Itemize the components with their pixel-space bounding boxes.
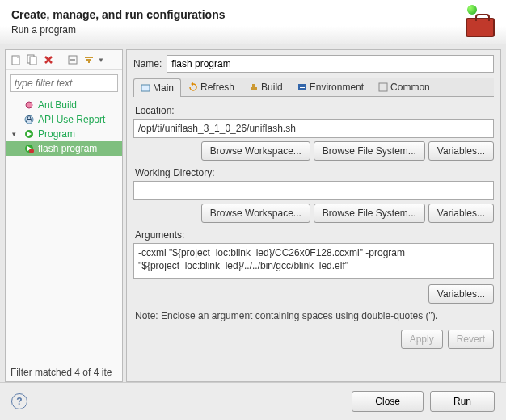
- expand-toggle-icon[interactable]: ▾: [12, 130, 20, 138]
- arguments-note: Note: Enclose an argument containing spa…: [135, 310, 494, 321]
- filter-status-text: Filter matched 4 of 4 ite: [6, 363, 122, 381]
- name-label: Name:: [133, 58, 162, 69]
- delete-config-button[interactable]: [41, 52, 56, 67]
- dialog-title: Create, manage, and run configurations: [11, 8, 226, 21]
- filter-input[interactable]: [10, 74, 118, 92]
- refresh-tab-icon: [188, 82, 198, 92]
- dropdown-arrow-icon[interactable]: ▼: [98, 57, 104, 64]
- tab-label: Refresh: [200, 82, 234, 93]
- tab-label: Main: [153, 82, 174, 94]
- dialog-footer: ? Close Run: [0, 382, 506, 420]
- svg-rect-2: [30, 57, 36, 65]
- close-button[interactable]: Close: [352, 391, 424, 412]
- help-button[interactable]: ?: [11, 393, 27, 410]
- build-tab-icon: [249, 82, 259, 92]
- location-variables-button[interactable]: Variables...: [428, 141, 494, 161]
- dialog-header: Create, manage, and run configurations R…: [0, 0, 506, 44]
- svg-rect-13: [141, 85, 150, 91]
- main-tab-icon: [141, 83, 150, 93]
- workdir-input[interactable]: [133, 181, 494, 200]
- run-button[interactable]: Run: [430, 391, 495, 412]
- tree-item-flash-program[interactable]: flash program: [6, 141, 122, 156]
- config-tabs: Main Refresh Build Environment Common: [133, 78, 494, 97]
- tab-build[interactable]: Build: [242, 78, 290, 96]
- run-toolbox-icon: [461, 8, 495, 37]
- svg-rect-6: [88, 61, 90, 63]
- location-input[interactable]: [133, 119, 494, 138]
- arguments-label: Arguments:: [135, 229, 494, 241]
- environment-tab-icon: [297, 82, 307, 92]
- dialog-subtitle: Run a program: [11, 24, 226, 36]
- svg-rect-5: [86, 59, 91, 61]
- arguments-variables-button[interactable]: Variables...: [428, 284, 494, 304]
- tab-label: Common: [390, 82, 430, 93]
- svg-rect-18: [300, 87, 305, 88]
- svg-rect-4: [85, 57, 93, 58]
- tree-item-label: API Use Report: [38, 114, 105, 125]
- tree-item-label: Program: [38, 128, 75, 140]
- new-config-button[interactable]: [9, 52, 23, 67]
- name-input[interactable]: [167, 55, 494, 73]
- program-icon: [23, 128, 35, 140]
- tree-toolbar: ▼: [6, 50, 122, 70]
- tree-item-label: Ant Build: [38, 99, 77, 111]
- svg-rect-19: [379, 83, 387, 91]
- workdir-variables-button[interactable]: Variables...: [428, 204, 494, 223]
- tree-item-api-report[interactable]: A API Use Report: [6, 112, 122, 127]
- apply-button[interactable]: Apply: [401, 330, 443, 349]
- tab-main[interactable]: Main: [133, 78, 181, 97]
- config-editor-panel: Name: Main Refresh Build Environment: [126, 49, 501, 382]
- revert-button[interactable]: Revert: [448, 330, 494, 349]
- duplicate-config-button[interactable]: [25, 52, 40, 67]
- collapse-all-button[interactable]: [65, 52, 80, 67]
- tab-label: Environment: [310, 82, 364, 93]
- workdir-browse-filesystem-button[interactable]: Browse File System...: [314, 204, 425, 223]
- tab-refresh[interactable]: Refresh: [181, 78, 242, 96]
- tab-common[interactable]: Common: [371, 78, 437, 96]
- api-icon: A: [23, 114, 35, 125]
- workdir-browse-workspace-button[interactable]: Browse Workspace...: [201, 204, 310, 223]
- location-browse-filesystem-button[interactable]: Browse File System...: [314, 141, 425, 161]
- svg-rect-14: [251, 87, 257, 90]
- config-tree[interactable]: Ant Build A API Use Report ▾ Program fla…: [6, 96, 122, 363]
- svg-rect-15: [252, 84, 255, 87]
- workdir-label: Working Directory:: [135, 167, 494, 178]
- tree-item-label: flash program: [38, 143, 97, 154]
- svg-point-7: [26, 102, 32, 108]
- location-browse-workspace-button[interactable]: Browse Workspace...: [201, 141, 310, 161]
- common-tab-icon: [378, 82, 388, 92]
- tree-item-ant-build[interactable]: Ant Build: [6, 98, 122, 112]
- program-child-icon: [23, 143, 35, 154]
- location-label: Location:: [135, 105, 494, 116]
- ant-icon: [23, 99, 35, 111]
- config-tree-panel: ▼ Ant Build A API Use Report ▾ Program f…: [5, 49, 123, 382]
- tree-item-program[interactable]: ▾ Program: [6, 127, 122, 141]
- tab-label: Build: [261, 82, 283, 93]
- tab-environment[interactable]: Environment: [290, 78, 371, 96]
- svg-rect-17: [300, 86, 305, 86]
- svg-point-12: [29, 149, 34, 153]
- filter-dropdown-button[interactable]: [82, 52, 96, 67]
- svg-text:A: A: [26, 115, 32, 124]
- arguments-input[interactable]: [133, 243, 494, 279]
